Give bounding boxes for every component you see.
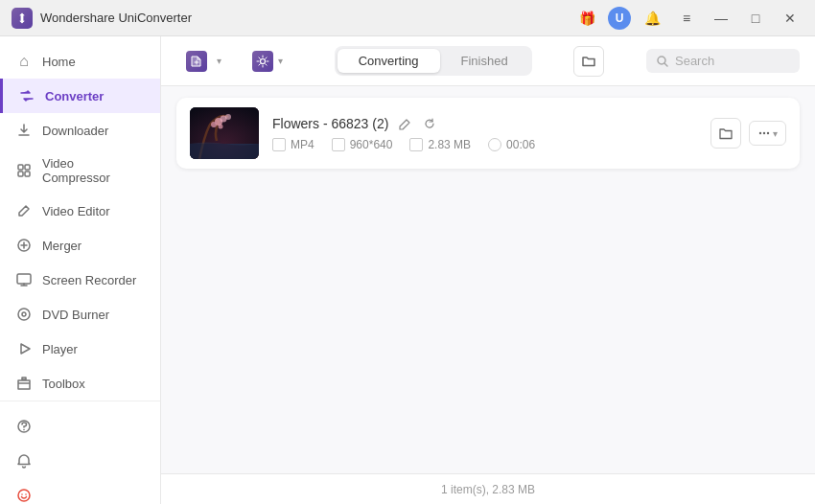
status-text: 1 item(s), 2.83 MB	[441, 483, 535, 496]
file-name-row: Flowers - 66823 (2)	[272, 115, 697, 132]
sidebar-item-merger-label: Merger	[42, 239, 82, 253]
file-resolution: 960*640	[350, 138, 393, 151]
sidebar-item-converter[interactable]: Converter	[0, 79, 160, 113]
sidebar-item-home-label: Home	[42, 55, 76, 69]
options-icon	[252, 51, 273, 72]
svg-rect-3	[25, 172, 30, 176]
file-info: Flowers - 66823 (2)	[272, 115, 697, 151]
search-input[interactable]	[675, 54, 790, 68]
window-controls: 🎁 U 🔔 ≡ — □ ✕	[573, 5, 803, 32]
close-icon[interactable]: ✕	[777, 5, 803, 32]
options-chevron-icon: ▾	[278, 56, 283, 66]
home-icon	[15, 53, 33, 70]
svg-point-12	[25, 493, 27, 495]
sidebar-item-player[interactable]: Player	[0, 332, 160, 366]
sidebar-item-screen-recorder[interactable]: Screen Recorder	[0, 263, 160, 297]
meta-resolution: 960*640	[332, 138, 393, 151]
file-size: 2.83 MB	[428, 138, 471, 151]
sidebar-item-toolbox[interactable]: Toolbox	[0, 366, 160, 401]
file-card-actions: ▾	[710, 118, 786, 149]
sidebar-item-home[interactable]: Home	[0, 44, 160, 79]
file-name: Flowers - 66823 (2)	[272, 116, 388, 131]
svg-point-19	[225, 114, 231, 120]
gift-icon[interactable]: 🎁	[573, 5, 600, 32]
toolbox-icon	[15, 375, 33, 392]
format-icon	[272, 138, 286, 151]
options-button[interactable]: ▾	[243, 45, 292, 78]
svg-point-11	[21, 493, 23, 495]
minimize-icon[interactable]: —	[708, 5, 734, 32]
file-card: Flowers - 66823 (2)	[176, 98, 800, 169]
sidebar-bottom	[0, 401, 160, 504]
avatar-icon[interactable]: U	[608, 7, 631, 30]
sidebar-item-downloader-label: Downloader	[42, 124, 108, 138]
svg-point-18	[211, 122, 217, 127]
main-layout: Home Converter Downloader	[0, 36, 815, 504]
help-icon	[15, 418, 33, 435]
tab-group: Converting Finished	[335, 46, 532, 76]
file-list-area: Flowers - 66823 (2)	[161, 86, 815, 473]
svg-point-20	[219, 125, 223, 129]
sidebar-item-dvd-label: DVD Burner	[42, 308, 109, 322]
sidebar-item-help[interactable]	[0, 409, 160, 444]
svg-point-23	[763, 132, 765, 134]
meta-format: MP4	[272, 138, 314, 151]
more-chevron-icon: ▾	[773, 128, 778, 139]
edit-name-icon[interactable]	[396, 115, 413, 132]
tab-converting[interactable]: Converting	[338, 49, 440, 73]
sidebar-item-converter-label: Converter	[45, 89, 104, 103]
size-icon	[409, 138, 423, 151]
bell-icon[interactable]: 🔔	[639, 5, 665, 32]
sidebar-item-video-editor[interactable]: Video Editor	[0, 194, 160, 228]
sidebar-item-downloader[interactable]: Downloader	[0, 113, 160, 148]
sidebar-item-merger[interactable]: Merger	[0, 228, 160, 263]
duration-icon	[488, 138, 501, 151]
sidebar-item-video-compressor[interactable]: Video Compressor	[0, 148, 160, 194]
svg-rect-0	[18, 165, 23, 170]
editor-icon	[15, 202, 33, 219]
sidebar-item-dvd-burner[interactable]: DVD Burner	[0, 297, 160, 332]
sidebar-item-player-label: Player	[42, 342, 78, 356]
svg-rect-21	[190, 144, 259, 159]
sidebar-item-toolbox-label: Toolbox	[42, 377, 85, 391]
sidebar-item-recorder-label: Screen Recorder	[42, 273, 136, 287]
file-format: MP4	[291, 138, 314, 151]
app-logo	[12, 8, 33, 29]
feedback-icon	[15, 487, 33, 504]
sidebar-item-feedback[interactable]	[0, 478, 160, 504]
sidebar-item-notification[interactable]	[0, 444, 160, 478]
svg-point-24	[767, 132, 769, 134]
add-file-icon	[186, 51, 207, 72]
meta-duration: 00:06	[488, 138, 535, 151]
svg-point-6	[18, 309, 30, 320]
compress-icon	[15, 162, 33, 179]
resolution-icon	[332, 138, 345, 151]
dvd-icon	[15, 306, 33, 323]
svg-point-9	[23, 429, 25, 431]
merger-icon	[15, 237, 33, 254]
maximize-icon[interactable]: □	[742, 5, 769, 32]
toolbar: ▾ ▾ Converting Finished	[161, 36, 815, 86]
menu-icon[interactable]: ≡	[673, 5, 700, 32]
search-box	[646, 49, 800, 73]
view-folder-button[interactable]	[573, 46, 604, 77]
downloader-icon	[15, 122, 33, 139]
meta-size: 2.83 MB	[409, 138, 471, 151]
sidebar-item-editor-label: Video Editor	[42, 204, 110, 218]
notification-icon	[15, 452, 33, 470]
search-icon	[656, 55, 669, 68]
file-meta-row: MP4 960*640 2.83 MB 00:06	[272, 138, 697, 151]
svg-point-7	[22, 312, 26, 316]
tab-finished[interactable]: Finished	[440, 49, 529, 73]
svg-point-13	[261, 58, 266, 63]
open-folder-button[interactable]	[710, 118, 741, 149]
svg-rect-1	[25, 165, 30, 170]
add-file-button[interactable]: ▾	[176, 45, 231, 78]
more-actions-button[interactable]: ▾	[749, 121, 786, 146]
sidebar: Home Converter Downloader	[0, 36, 161, 504]
add-chevron-icon: ▾	[217, 56, 221, 66]
svg-point-10	[18, 490, 30, 501]
content-area: ▾ ▾ Converting Finished	[161, 36, 815, 504]
refresh-icon[interactable]	[421, 115, 438, 132]
title-bar: Wondershare UniConverter 🎁 U 🔔 ≡ — □ ✕	[0, 0, 815, 36]
